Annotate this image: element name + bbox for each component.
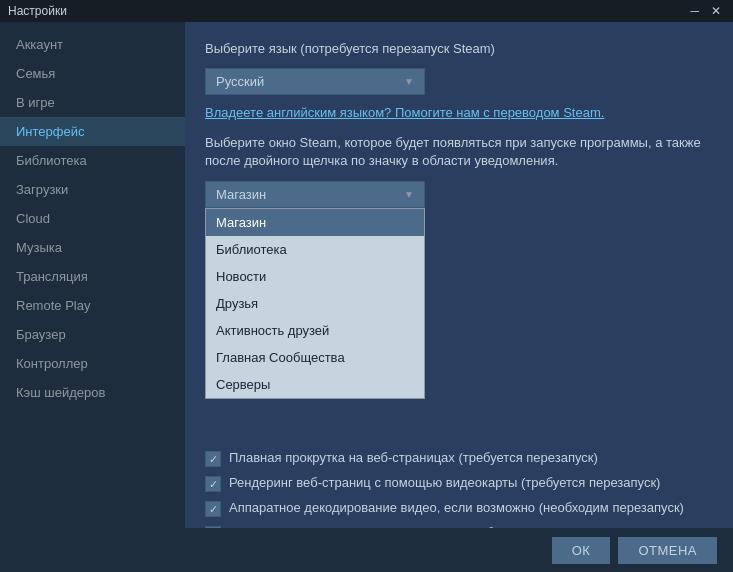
checkbox-gpu-render-label: Рендеринг веб-страниц с помощью видеокар… [229,475,660,492]
popup-item-servers[interactable]: Серверы [206,371,424,398]
sidebar-item-controller[interactable]: Контроллер [0,349,185,378]
language-label: Выберите язык (потребуется перезапуск St… [205,40,713,58]
checkbox-row-0: Плавная прокрутка на веб-страницах (треб… [205,450,713,467]
translation-link[interactable]: Владеете английским языком? Помогите нам… [205,105,604,120]
window-dropdown[interactable]: Магазин ▼ [205,181,425,208]
sidebar-item-broadcast[interactable]: Трансляция [0,262,185,291]
checkbox-row-3: Включить DirectWrite для улучшенного ото… [205,525,713,528]
checkbox-smooth-scroll-label: Плавная прокрутка на веб-страницах (треб… [229,450,598,467]
sidebar-item-account[interactable]: Аккаунт [0,30,185,59]
main-content: Аккаунт Семья В игре Интерфейс Библиотек… [0,22,733,528]
language-value: Русский [216,74,264,89]
titlebar: Настройки ─ ✕ [0,0,733,22]
popup-item-news[interactable]: Новости [206,263,424,290]
checkbox-hw-decode[interactable] [205,501,221,517]
popup-item-friends[interactable]: Друзья [206,290,424,317]
minimize-button[interactable]: ─ [686,4,703,18]
checkbox-gpu-render[interactable] [205,476,221,492]
sidebar-item-remoteplay[interactable]: Remote Play [0,291,185,320]
content-area: Выберите язык (потребуется перезапуск St… [185,22,733,528]
window-controls: ─ ✕ [686,4,725,18]
window-title: Настройки [8,4,67,18]
language-dropdown[interactable]: Русский ▼ [205,68,425,95]
popup-item-community[interactable]: Главная Сообщества [206,344,424,371]
window-arrow-icon: ▼ [404,189,414,200]
sidebar-item-browser[interactable]: Браузер [0,320,185,349]
sidebar-item-ingame[interactable]: В игре [0,88,185,117]
sidebar: Аккаунт Семья В игре Интерфейс Библиотек… [0,22,185,528]
footer: ОК ОТМЕНА [0,528,733,572]
checkboxes-section: Плавная прокрутка на веб-страницах (треб… [205,450,713,528]
checkbox-row-1: Рендеринг веб-страниц с помощью видеокар… [205,475,713,492]
cancel-button[interactable]: ОТМЕНА [618,537,717,564]
checkbox-hw-decode-label: Аппаратное декодирование видео, если воз… [229,500,684,517]
sidebar-item-cloud[interactable]: Cloud [0,204,185,233]
sidebar-item-music[interactable]: Музыка [0,233,185,262]
popup-item-store[interactable]: Магазин [206,209,424,236]
sidebar-item-family[interactable]: Семья [0,59,185,88]
checkbox-directwrite[interactable] [205,526,221,528]
window-dropdown-popup: Магазин Библиотека Новости Друзья Активн… [205,208,425,399]
sidebar-item-shader[interactable]: Кэш шейдеров [0,378,185,407]
popup-item-friends-activity[interactable]: Активность друзей [206,317,424,344]
close-button[interactable]: ✕ [707,4,725,18]
window-value: Магазин [216,187,266,202]
checkbox-directwrite-label: Включить DirectWrite для улучшенного ото… [229,525,597,528]
checkbox-row-2: Аппаратное декодирование видео, если воз… [205,500,713,517]
language-arrow-icon: ▼ [404,76,414,87]
ok-button[interactable]: ОК [552,537,611,564]
sidebar-item-downloads[interactable]: Загрузки [0,175,185,204]
settings-window: Настройки ─ ✕ Аккаунт Семья В игре Интер… [0,0,733,572]
sidebar-item-library[interactable]: Библиотека [0,146,185,175]
window-dropdown-container: Магазин ▼ Магазин Библиотека Новости Дру… [205,181,713,208]
window-section-label: Выберите окно Steam, которое будет появл… [205,134,713,170]
checkbox-smooth-scroll[interactable] [205,451,221,467]
sidebar-item-interface[interactable]: Интерфейс [0,117,185,146]
language-dropdown-container: Русский ▼ [205,68,713,95]
popup-item-library[interactable]: Библиотека [206,236,424,263]
